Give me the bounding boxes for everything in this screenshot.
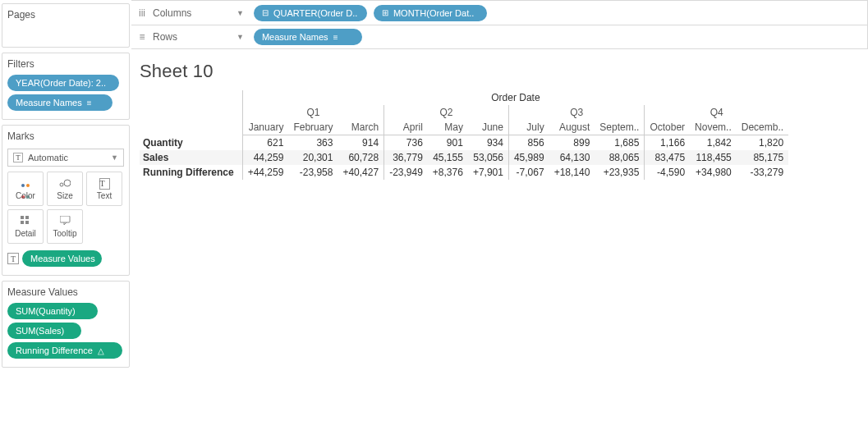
expand-icon: ⊞ xyxy=(382,8,388,17)
filter-pill-measure-names[interactable]: Measure Names ≡ xyxy=(7,94,113,111)
filter-pill-year[interactable]: YEAR(Order Date): 2.. xyxy=(7,75,119,91)
svg-point-0 xyxy=(60,183,63,186)
chevron-down-icon: ▼ xyxy=(111,153,118,162)
text-icon: T xyxy=(99,178,110,190)
mark-detail[interactable]: Detail xyxy=(7,209,44,244)
chevron-down-icon[interactable]: ▼ xyxy=(233,9,247,17)
mark-tooltip[interactable]: Tooltip xyxy=(47,209,83,244)
columns-label: Columns xyxy=(153,7,191,19)
columns-pill-quarter[interactable]: ⊟ QUARTER(Order D.. xyxy=(254,5,367,21)
columns-shelf[interactable]: iii Columns ▼ ⊟ QUARTER(Order D.. ⊞ MONT… xyxy=(131,0,868,25)
sort-icon: ≡ xyxy=(333,33,338,42)
pages-title: Pages xyxy=(7,9,124,24)
table-row: Quantity 621 363 914 736 901 934 856 899… xyxy=(140,135,788,151)
mv-pill-running-diff[interactable]: Running Difference △ xyxy=(7,342,122,359)
text-glyph-icon: T xyxy=(7,253,19,264)
table-calc-icon: △ xyxy=(98,346,104,355)
worksheet-area: iii Columns ▼ ⊟ QUARTER(Order D.. ⊞ MONT… xyxy=(131,0,868,444)
size-icon xyxy=(59,178,71,190)
automatic-icon: T xyxy=(13,153,23,162)
rows-label: Rows xyxy=(153,31,177,43)
sheet-title[interactable]: Sheet 10 xyxy=(140,61,865,82)
svg-rect-5 xyxy=(25,221,29,224)
rows-pill-measure-names[interactable]: Measure Names ≡ xyxy=(254,29,362,45)
rows-shelf[interactable]: ≡ Rows ▼ Measure Names ≡ xyxy=(131,25,868,49)
collapse-icon: ⊟ xyxy=(262,8,269,17)
svg-rect-6 xyxy=(60,216,70,222)
measure-values-title: Measure Values xyxy=(7,286,124,301)
mv-pill-sales[interactable]: SUM(Sales) xyxy=(7,323,81,339)
chevron-down-icon[interactable]: ▼ xyxy=(233,33,247,41)
mark-color[interactable]: Color xyxy=(7,172,44,206)
table-row: Running Difference +44,259 -23,958 +40,4… xyxy=(140,165,788,180)
columns-pill-month[interactable]: ⊞ MONTH(Order Dat.. xyxy=(374,5,487,21)
columns-icon: iii xyxy=(136,7,148,19)
measure-values-pill[interactable]: Measure Values xyxy=(22,250,102,267)
mv-pill-quantity[interactable]: SUM(Quantity) xyxy=(7,303,98,319)
axis-title: Order Date xyxy=(242,90,788,105)
table-row: Sales 44,259 20,301 60,728 36,779 45,155… xyxy=(140,150,788,165)
marks-grid: Color Size T Text Detail xyxy=(7,172,124,244)
sort-icon: ≡ xyxy=(87,98,92,108)
mark-text[interactable]: T Text xyxy=(86,172,122,206)
svg-rect-3 xyxy=(25,216,29,219)
color-icon xyxy=(21,178,30,190)
svg-rect-4 xyxy=(21,221,24,224)
pages-card: Pages xyxy=(2,3,130,48)
tooltip-icon xyxy=(60,216,71,227)
marks-measure-values-row: T Measure Values xyxy=(7,249,124,268)
crosstab: Order Date Q1 Q2 Q3 Q4 January February … xyxy=(140,90,788,180)
svg-rect-2 xyxy=(21,216,24,219)
rows-icon: ≡ xyxy=(136,31,148,43)
svg-point-1 xyxy=(64,180,71,186)
filters-card: Filters YEAR(Order Date): 2.. Measure Na… xyxy=(2,53,130,120)
marks-card: Marks T Automatic ▼ Color Size T xyxy=(2,125,130,276)
detail-icon xyxy=(21,216,30,227)
sheet-viz: Sheet 10 Order Date Q1 Q2 Q3 Q4 January xyxy=(131,49,868,180)
left-sidebar: Pages Filters YEAR(Order Date): 2.. Meas… xyxy=(0,0,131,444)
filters-title: Filters xyxy=(7,58,124,73)
measure-values-card: Measure Values SUM(Quantity) SUM(Sales) … xyxy=(2,281,130,368)
marks-title: Marks xyxy=(7,130,124,145)
marks-type-dropdown[interactable]: T Automatic ▼ xyxy=(7,149,124,167)
mark-size[interactable]: Size xyxy=(47,172,83,206)
